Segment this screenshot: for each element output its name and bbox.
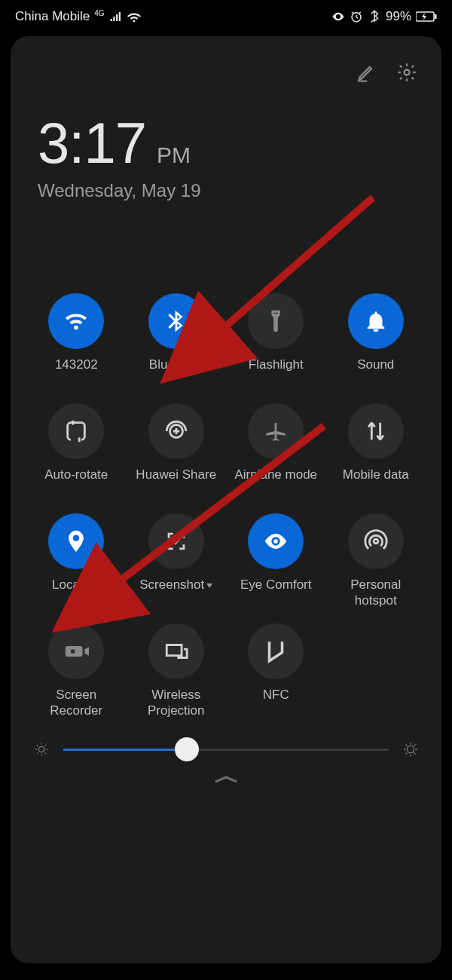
brightness-low-icon [33,741,50,758]
autorotate-toggle[interactable] [48,403,104,459]
panel-handle[interactable] [26,774,426,785]
flashlight-toggle[interactable] [248,293,304,349]
mobiledata-label[interactable]: Mobile data [343,467,409,500]
tile-flashlight: Flashlight [228,293,324,390]
tile-hotspot: Personal hotspot [328,513,424,610]
wifi-label[interactable]: 143202 [55,357,98,390]
sound-label[interactable]: Sound [357,357,394,390]
screenshot-icon [163,528,189,554]
network-badge: 4G [94,9,104,17]
tiles-grid: 143202BluetoothFlashlightSoundAuto-rotat… [26,209,426,732]
svg-point-3 [405,70,410,75]
sound-toggle[interactable] [348,293,404,349]
tile-location: Location [29,513,124,610]
tile-huaweishare: Huawei Share [129,403,224,500]
svg-point-4 [38,746,44,752]
tile-mobiledata: Mobile data [328,403,424,500]
flashlight-label[interactable]: Flashlight [249,357,304,390]
hotspot-label[interactable]: Personal hotspot [328,577,424,610]
tile-wifi: 143202 [29,293,124,390]
autorotate-label[interactable]: Auto-rotate [44,467,108,500]
brightness-row [26,732,426,761]
airplane-label[interactable]: Airplane mode [234,467,317,500]
hotspot-toggle[interactable] [348,513,404,569]
projection-icon [163,639,189,664]
tile-sound: Sound [328,293,424,390]
battery-text: 99% [386,9,411,24]
tile-screenshot: Screenshot [129,513,224,610]
eyecomfort-toggle[interactable] [248,513,304,569]
recorder-icon [63,639,89,664]
nfc-icon [263,639,289,664]
tile-projection: Wireless Projection [129,623,224,720]
settings-icon[interactable] [396,62,417,83]
hotspot-icon [363,528,389,554]
date-text: Wednesday, May 19 [38,180,414,201]
airplane-toggle[interactable] [248,403,304,459]
tile-bluetooth: Bluetooth [129,293,224,390]
battery-icon [416,11,437,22]
projection-toggle[interactable] [148,623,204,679]
brightness-slider[interactable] [63,749,389,751]
data-icon [363,418,389,444]
svg-rect-2 [435,14,437,19]
wifi-status-icon [127,10,141,23]
location-toggle[interactable] [48,513,104,569]
nfc-toggle[interactable] [248,623,304,679]
carrier-label: China Mobile [15,9,90,24]
rotate-icon [63,418,89,444]
recorder-label[interactable]: Screen Recorder [29,687,124,720]
alarm-status-icon [350,10,363,23]
quick-settings-panel: 3:17 PM Wednesday, May 19 143202Bluetoot… [11,36,441,963]
huaweishare-toggle[interactable] [148,403,204,459]
bluetooth-toggle[interactable] [148,293,204,349]
flashlight-icon [263,308,289,334]
location-icon [63,528,89,554]
mobiledata-toggle[interactable] [348,403,404,459]
status-bar: China Mobile 4G 99% [0,0,452,30]
recorder-toggle[interactable] [48,623,104,679]
airplane-icon [263,418,289,444]
tile-eyecomfort: Eye Comfort [228,513,324,610]
nfc-label[interactable]: NFC [263,687,289,720]
share-icon [163,418,189,444]
location-label[interactable]: Location [52,577,100,610]
eyecomfort-label[interactable]: Eye Comfort [240,577,311,610]
brightness-thumb[interactable] [175,737,199,761]
eye-icon [263,528,289,554]
bluetooth-status-icon [368,10,381,23]
tile-autorotate: Auto-rotate [29,403,124,500]
bell-icon [363,308,389,334]
time-text: 3:17 [38,110,146,176]
screenshot-label[interactable]: Screenshot [139,577,212,610]
projection-label[interactable]: Wireless Projection [129,687,224,720]
bluetooth-icon [163,308,189,334]
edit-icon[interactable] [356,62,377,83]
brightness-high-icon [402,741,419,758]
tile-airplane: Airplane mode [228,403,324,500]
clock-block: 3:17 PM Wednesday, May 19 [26,90,426,209]
bluetooth-label[interactable]: Bluetooth [149,357,203,390]
huaweishare-label[interactable]: Huawei Share [136,467,216,500]
svg-point-5 [407,746,414,752]
wifi-icon [63,308,89,334]
screenshot-toggle[interactable] [148,513,204,569]
signal-icon [109,10,123,23]
ampm-text: PM [157,142,191,168]
eye-status-icon [331,10,345,23]
tile-nfc: NFC [228,623,324,720]
wifi-toggle[interactable] [48,293,104,349]
tile-recorder: Screen Recorder [29,623,124,720]
